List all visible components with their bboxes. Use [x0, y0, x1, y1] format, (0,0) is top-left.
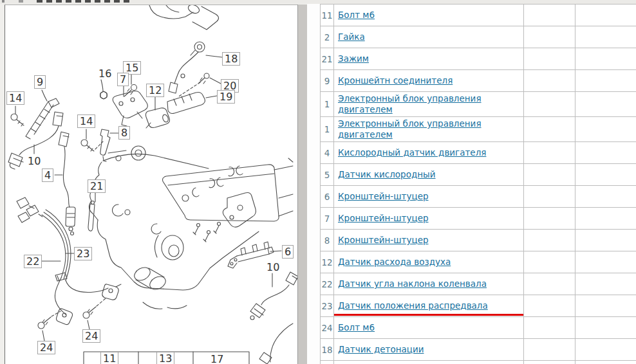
part-name-link[interactable]: Болт м6: [338, 322, 375, 332]
empty-cell-1: [524, 251, 575, 273]
bolt-14-mid: [81, 129, 103, 151]
part-row-8: 8Кронштейн-штуцер: [321, 230, 636, 251]
part-position-number: 19: [321, 361, 334, 364]
part-name-link[interactable]: Болт м6: [338, 10, 375, 20]
part-position-number: 6: [321, 186, 334, 208]
diagram-callout-11[interactable]: 11: [100, 352, 118, 364]
cropped-mark: [2, 0, 5, 3]
part-name-link[interactable]: Датчик положения распредвала: [338, 300, 488, 311]
diagram-callout-14[interactable]: 14: [77, 114, 95, 128]
diagram-callout-7[interactable]: 7: [117, 73, 129, 86]
empty-cell-2: [575, 230, 636, 251]
part-name-link[interactable]: Зажим: [338, 53, 369, 64]
diagram-callout-16[interactable]: 16: [98, 68, 111, 80]
parts-catalog-page: 1491615712182019148104212322610242411131…: [0, 0, 636, 364]
diagram-callout-13[interactable]: 13: [156, 352, 174, 364]
part-position-number: 7: [321, 208, 334, 230]
diagram-callout-24[interactable]: 24: [37, 341, 55, 354]
diagram-callout-17[interactable]: 17: [210, 353, 223, 364]
diagram-callout-18[interactable]: 18: [222, 52, 240, 66]
cropped-mark: [19, 0, 23, 3]
cropped-dashed-text: [37, 0, 133, 3]
part-position-number: 11: [321, 5, 334, 26]
part-position-number: 23: [321, 295, 334, 317]
part-row-24: 24Болт м6: [321, 317, 636, 339]
part-name-link[interactable]: Кронштейн-штуцер: [338, 213, 429, 223]
part-name-link[interactable]: Электронный блок управления двигателем: [338, 118, 482, 140]
empty-cell-2: [575, 117, 636, 142]
part-name-cell: Датчик детонации: [334, 339, 524, 361]
empty-cell-1: [524, 92, 575, 117]
diagram-callout-6[interactable]: 6: [282, 245, 294, 259]
empty-cell-1: [524, 317, 575, 339]
part-row-11: 11Болт м6: [321, 5, 636, 26]
part-name-link[interactable]: Кислородный датчик двигателя: [338, 147, 486, 158]
part-row-7: 7Кронштейн-штуцер: [321, 208, 636, 230]
part-name-cell: Датчик угла наклона коленвала: [334, 273, 524, 295]
part-name-cell: Болт м6: [334, 317, 524, 339]
vertical-scrollbar[interactable]: [297, 5, 308, 364]
part-name-link[interactable]: Датчик расхода воздуха: [338, 257, 451, 267]
empty-cell-2: [575, 273, 636, 295]
empty-cell-1: [524, 117, 575, 142]
diagram-callout-24[interactable]: 24: [82, 329, 100, 343]
parts-table: 11Болт м62Гайка21Зажим9Кроншейтн соедини…: [320, 4, 636, 364]
diagram-callout-4[interactable]: 4: [42, 168, 53, 182]
empty-cell-1: [524, 208, 575, 230]
diagram-callout-14[interactable]: 14: [6, 91, 24, 105]
diagram-callout-21[interactable]: 21: [88, 179, 106, 193]
part-row-19: 19Кронштейн датчика детонации: [321, 361, 636, 364]
diagram-callout-8[interactable]: 8: [118, 126, 130, 140]
parts-diagram-panel: 1491615712182019148104212322610242411131…: [5, 5, 298, 364]
part-row-18: 18Датчик детонации: [321, 339, 636, 361]
part-position-number: 21: [321, 48, 334, 70]
part-row-21: 21Зажим: [321, 48, 636, 70]
part-name-link[interactable]: Гайка: [338, 32, 365, 42]
part-row-9: 9Кроншейтн соединителя: [321, 70, 636, 92]
part-position-number: 1: [321, 117, 334, 142]
diagram-callout-9[interactable]: 9: [34, 75, 46, 89]
part-name-cell: Электронный блок управления двигателем: [334, 117, 524, 142]
part-position-number: 24: [321, 317, 334, 339]
diagram-callout-12[interactable]: 12: [146, 84, 164, 97]
empty-cell-1: [524, 361, 575, 364]
diagram-callout-10[interactable]: 10: [28, 155, 41, 168]
part-name-link[interactable]: Кроншейтн соединителя: [338, 75, 453, 86]
part-name-link[interactable]: Датчик кислородный: [338, 169, 436, 179]
part-row-12: 12Датчик расхода воздуха: [321, 251, 636, 273]
empty-cell-2: [575, 339, 636, 361]
engine-block: [89, 146, 293, 309]
part-row-5: 5Датчик кислородный: [321, 164, 636, 186]
part-position-number: 12: [321, 251, 334, 273]
part-row-1: 1Электронный блок управления двигателем: [321, 117, 636, 142]
part-name-link[interactable]: Электронный блок управления двигателем: [338, 93, 482, 114]
empty-cell-2: [575, 5, 636, 26]
empty-cell-2: [575, 208, 636, 230]
part-row-22: 22Датчик угла наклона коленвала: [321, 273, 636, 295]
part-name-cell: Кронштейн датчика детонации: [334, 361, 524, 364]
diagram-callout-22[interactable]: 22: [24, 255, 42, 268]
part-row-23: 23Датчик положения распредвала: [321, 295, 636, 317]
empty-cell-2: [575, 295, 636, 317]
empty-cell-1: [524, 70, 575, 92]
dipstick-21: [88, 192, 95, 231]
empty-cell-1: [524, 142, 575, 164]
part-name-link[interactable]: Датчик детонации: [338, 344, 424, 354]
o2-sensor-10-right: [250, 272, 298, 364]
part-name-link[interactable]: Кронштейн-штуцер: [338, 235, 429, 245]
diagram-callout-23[interactable]: 23: [74, 247, 92, 260]
diagram-callout-19[interactable]: 19: [217, 90, 235, 104]
part-name-link[interactable]: Кронштейн-штуцер: [338, 191, 429, 201]
empty-cell-1: [524, 295, 575, 317]
empty-cell-2: [575, 26, 636, 48]
nut-16: [100, 80, 108, 99]
part-name-link[interactable]: Датчик угла наклона коленвала: [338, 278, 487, 289]
part-position-number: 5: [321, 164, 334, 186]
empty-cell-2: [575, 186, 636, 208]
part-position-number: 4: [321, 142, 334, 164]
part-name-cell: Кронштейн-штуцер: [334, 186, 524, 208]
part-name-cell: Гайка: [334, 26, 524, 48]
empty-cell-1: [524, 230, 575, 251]
diagram-callout-10[interactable]: 10: [267, 261, 279, 274]
empty-cell-2: [575, 317, 636, 339]
